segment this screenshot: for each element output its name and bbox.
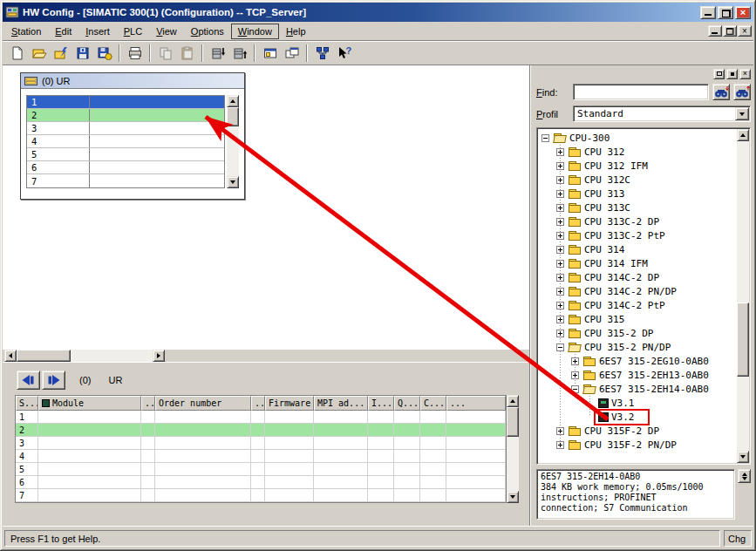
detail-cell[interactable]: [38, 463, 141, 475]
scrollbar-thumb[interactable]: [227, 107, 239, 126]
detail-row[interactable]: 4: [16, 450, 506, 463]
column-header[interactable]: ...: [446, 396, 506, 411]
tree-item-cpu-314c-2-dp[interactable]: CPU 314C-2 DP: [538, 270, 736, 284]
detail-cell[interactable]: [141, 424, 155, 436]
station-h-scrollbar[interactable]: [4, 350, 165, 362]
tree-item-cpu-315-2-pn-dp[interactable]: CPU 315-2 PN/DP: [538, 340, 736, 354]
detail-cell[interactable]: [394, 450, 420, 462]
detail-cell[interactable]: [368, 489, 394, 501]
rack-slot-row[interactable]: 7: [27, 174, 224, 187]
tree-item-cpu-315[interactable]: CPU 315: [538, 312, 736, 326]
next-rack-button[interactable]: [42, 371, 65, 390]
column-header[interactable]: ...: [141, 396, 155, 411]
detail-cell[interactable]: [38, 450, 141, 462]
network-config-button[interactable]: [311, 43, 333, 64]
tree-item-6es7-315-2eg10-0ab0[interactable]: 6ES7 315-2EG10-0AB0: [538, 354, 736, 368]
detail-row-number[interactable]: 2: [16, 424, 38, 436]
tree-item-cpu-314c-2-ptp[interactable]: CPU 314C-2 PtP: [538, 298, 736, 312]
catalog-dock-button[interactable]: [713, 69, 725, 79]
menu-item-window[interactable]: Window: [231, 24, 279, 39]
tree-node[interactable]: CPU 312C: [567, 174, 632, 186]
tree-item-cpu-313c[interactable]: CPU 313C: [538, 201, 736, 214]
scrollbar-thumb[interactable]: [737, 303, 749, 377]
detail-cell[interactable]: [251, 476, 265, 488]
detail-row-number[interactable]: 3: [16, 437, 38, 449]
expand-icon[interactable]: [556, 190, 564, 198]
tree-item-6es7-315-2eh13-0ab0[interactable]: 6ES7 315-2EH13-0AB0: [538, 368, 736, 382]
save-compile-button[interactable]: [93, 43, 115, 64]
scrollbar-track[interactable]: [227, 107, 239, 176]
detail-cell[interactable]: [141, 489, 155, 501]
tree-node[interactable]: CPU 313C-2 DP: [567, 216, 661, 228]
expand-icon[interactable]: [556, 274, 564, 282]
expand-icon[interactable]: [556, 218, 564, 226]
menu-item-plc[interactable]: PLC: [117, 24, 149, 39]
detail-cell[interactable]: [394, 437, 420, 449]
tree-item-cpu-314[interactable]: CPU 314: [538, 242, 736, 256]
menu-item-insert[interactable]: Insert: [78, 24, 117, 39]
tree-item-v3-1[interactable]: V3.1: [538, 396, 736, 410]
detail-row[interactable]: 7: [16, 489, 506, 502]
detail-cell[interactable]: [446, 476, 506, 488]
copy-button[interactable]: [154, 43, 176, 64]
column-header[interactable]: ...: [251, 396, 265, 411]
menu-item-options[interactable]: Options: [184, 24, 231, 39]
expand-icon[interactable]: [556, 260, 564, 268]
detail-cell[interactable]: [446, 424, 506, 436]
info-resize-button[interactable]: [738, 469, 751, 483]
column-header[interactable]: I...: [368, 396, 394, 411]
rack-slot-row[interactable]: 6: [27, 161, 224, 174]
detail-cell[interactable]: [420, 489, 446, 501]
detail-cell[interactable]: [38, 437, 141, 449]
catalog-pin-button[interactable]: [726, 69, 738, 79]
collapse-icon[interactable]: [541, 134, 549, 142]
tree-node[interactable]: V3.2: [596, 412, 647, 423]
detail-cell[interactable]: [314, 476, 368, 488]
detail-cell[interactable]: [446, 489, 506, 501]
tree-item-cpu-314c-2-pn-dp[interactable]: CPU 314C-2 PN/DP: [538, 284, 736, 298]
mdi-close-button[interactable]: ×: [738, 25, 752, 37]
upload-button[interactable]: [228, 43, 250, 64]
rack-slot-row[interactable]: 5: [27, 148, 224, 161]
detail-cell[interactable]: [265, 450, 314, 462]
collapse-icon[interactable]: [571, 385, 579, 393]
rack-window[interactable]: (0) UR 1234567: [20, 72, 245, 200]
detail-cell[interactable]: [368, 450, 394, 462]
find-button[interactable]: [712, 84, 730, 100]
detail-cell[interactable]: [368, 424, 394, 436]
rack-slot-row[interactable]: 4: [27, 135, 224, 148]
detail-cell[interactable]: [141, 437, 155, 449]
column-header[interactable]: Firmware: [265, 396, 314, 411]
detail-cell[interactable]: [446, 450, 506, 462]
detail-cell[interactable]: [420, 437, 446, 449]
detail-cell[interactable]: [420, 476, 446, 488]
detail-cell[interactable]: [155, 424, 251, 436]
detail-cell[interactable]: [420, 424, 446, 436]
tree-item-cpu-300[interactable]: CPU-300: [538, 131, 736, 145]
scrollbar-track[interactable]: [17, 350, 153, 362]
detail-cell[interactable]: [446, 411, 506, 423]
detail-cell[interactable]: [394, 476, 420, 488]
detail-cell[interactable]: [368, 411, 394, 423]
tree-node[interactable]: CPU 315-2 PN/DP: [567, 342, 672, 353]
tree-node[interactable]: CPU 314C-2 PtP: [567, 300, 667, 311]
tree-item-cpu-313c-2-dp[interactable]: CPU 313C-2 DP: [538, 214, 736, 228]
detail-row[interactable]: 3: [16, 437, 506, 450]
detail-cell[interactable]: [155, 489, 251, 501]
detail-cell[interactable]: [265, 424, 314, 436]
detail-cell[interactable]: [314, 424, 368, 436]
tree-node[interactable]: CPU 314C-2 DP: [567, 272, 661, 283]
minimize-button[interactable]: [700, 6, 716, 19]
detail-cell[interactable]: [314, 489, 368, 501]
scroll-down-button[interactable]: [227, 176, 239, 188]
scrollbar-thumb[interactable]: [507, 407, 519, 437]
download-button[interactable]: [207, 43, 228, 64]
detail-cell[interactable]: [251, 463, 265, 475]
expand-icon[interactable]: [556, 288, 564, 296]
detail-cell[interactable]: [394, 463, 420, 475]
print-button[interactable]: [124, 43, 146, 64]
detail-row-number[interactable]: 5: [16, 463, 38, 475]
detail-cell[interactable]: [314, 463, 368, 475]
scroll-up-button[interactable]: [227, 95, 239, 107]
mdi-minimize-button[interactable]: [708, 25, 722, 37]
